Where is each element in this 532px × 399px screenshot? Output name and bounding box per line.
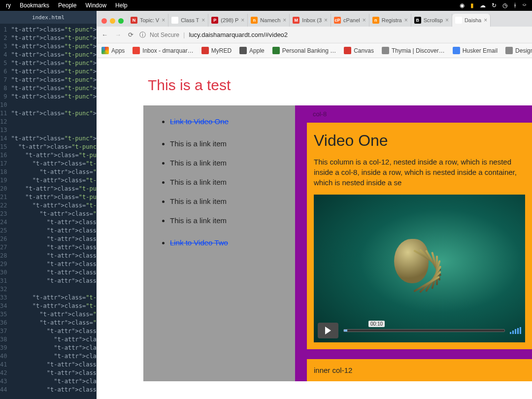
browser-tab-6[interactable]: n Registra ×	[369, 14, 411, 27]
seek-bar[interactable]: 00:10	[343, 329, 505, 332]
tab-close-icon[interactable]: ×	[283, 17, 286, 24]
menu-item-window[interactable]: Window	[85, 2, 106, 9]
bookmark-item-4[interactable]: Canvas	[344, 47, 374, 54]
back-button[interactable]: ←	[101, 31, 108, 38]
tab-close-icon[interactable]: ×	[363, 17, 366, 24]
time-badge: 00:10	[368, 321, 385, 327]
browser-tab-5[interactable]: cP cPanel ×	[331, 14, 369, 27]
tab-favicon: B	[414, 17, 421, 24]
tab-close-icon[interactable]: ×	[241, 17, 244, 24]
sidebar-item-5: This is a link item	[170, 216, 281, 225]
video-still-image	[356, 204, 484, 303]
page-content: This is a test Link to Video OneThis is …	[97, 58, 532, 399]
bookmark-item-1[interactable]: MyRED	[201, 47, 232, 54]
sidebar-nav: Link to Video OneThis is a link itemThis…	[143, 105, 295, 381]
video-controls: 00:10	[318, 323, 521, 338]
browser-tab-8[interactable]: Daisha ×	[452, 14, 491, 27]
play-button[interactable]	[318, 323, 338, 338]
menu-item-help[interactable]: Help	[115, 2, 128, 9]
info-icon[interactable]: ⓘ	[139, 31, 146, 39]
browser-tab-3[interactable]: n Namech ×	[248, 14, 290, 27]
tab-favicon: n	[372, 17, 379, 24]
sidebar-item-1: This is a link item	[170, 139, 281, 148]
bookmark-item-3[interactable]: Personal Banking …	[272, 47, 336, 54]
browser-tabstrip: N Topic: V × ○ Class T × P (298) P × n N…	[97, 11, 532, 27]
bookmark-item-7[interactable]: Design	[505, 47, 532, 54]
record-icon[interactable]: ◉	[460, 2, 465, 9]
browser-tab-0[interactable]: N Topic: V ×	[128, 14, 168, 27]
bookmark-item-0[interactable]: Inbox - dmarquar…	[133, 47, 193, 54]
url-field[interactable]: ⓘ Not Secure | lucy.daishamarquardt.com/…	[139, 31, 527, 39]
reload-button[interactable]: ⟳	[128, 31, 133, 38]
tab-favicon: P	[211, 17, 218, 24]
menubar-status-icons: ◉ ▮ ☁ ↻ ◷ ᚼ ⌔	[460, 2, 526, 9]
address-bar: ← → ⟳ ⓘ Not Secure | lucy.daishamarquard…	[97, 27, 532, 43]
tab-favicon: n	[251, 17, 258, 24]
tab-close-icon[interactable]: ×	[445, 17, 449, 24]
forward-button[interactable]: →	[115, 31, 121, 38]
close-window-button[interactable]	[101, 18, 107, 24]
tab-title: cPanel	[343, 17, 360, 23]
minimize-window-button[interactable]	[110, 18, 115, 24]
sidebar-link-0[interactable]: Link to Video One	[170, 117, 281, 126]
video-player[interactable]: 00:10	[314, 195, 525, 342]
tab-favicon: cP	[334, 17, 341, 24]
tab-close-icon[interactable]: ×	[162, 17, 165, 24]
tab-favicon: M	[293, 17, 299, 24]
column-label: col-8	[295, 110, 532, 123]
tab-close-icon[interactable]: ×	[201, 17, 205, 24]
bookmark-item-6[interactable]: Husker Email	[453, 47, 498, 54]
sidebar-item-3: This is a link item	[170, 178, 281, 186]
maximize-window-button[interactable]	[118, 18, 124, 24]
inner-card-label: inner col-12	[314, 366, 352, 374]
menu-item-ry[interactable]: ry	[6, 2, 11, 9]
bluetooth-icon[interactable]: ᚼ	[513, 2, 517, 9]
sidebar-link-6[interactable]: Link to Video Two	[170, 238, 281, 247]
editor-tab[interactable]: index.html	[0, 11, 97, 24]
tab-favicon: ○	[171, 17, 178, 24]
window-controls	[100, 18, 128, 27]
macos-menubar: ry Bookmarks People Window Help ◉ ▮ ☁ ↻ …	[0, 0, 532, 11]
browser-window: N Topic: V × ○ Class T × P (298) P × n N…	[97, 11, 532, 399]
tab-title: Daisha	[465, 17, 481, 23]
browser-tab-7[interactable]: B Scrollsp ×	[411, 14, 452, 27]
clock-icon[interactable]: ◷	[502, 2, 507, 9]
tab-title: Scrollsp	[424, 17, 443, 23]
page-heading: This is a test	[97, 58, 532, 105]
browser-tab-1[interactable]: ○ Class T ×	[168, 14, 208, 27]
menu-item-people[interactable]: People	[58, 2, 76, 9]
url-text: lucy.daishamarquardt.com/#video2	[189, 31, 288, 38]
apps-launcher[interactable]: Apps	[101, 47, 125, 54]
tab-close-icon[interactable]: ×	[324, 17, 328, 24]
bookmark-item-5[interactable]: Thymia | Discover…	[382, 47, 445, 54]
tab-title: Registra	[382, 17, 402, 23]
editor-code[interactable]: "t-attr">class="t-punc"><"t-attr">class=…	[11, 24, 97, 394]
tab-title: Class T	[181, 17, 199, 23]
tab-close-icon[interactable]: ×	[484, 17, 487, 24]
tab-title: Topic: V	[140, 17, 159, 23]
menu-item-bookmarks[interactable]: Bookmarks	[20, 2, 49, 9]
wifi-icon[interactable]: ⌔	[523, 2, 526, 9]
tab-favicon	[455, 17, 462, 24]
browser-tab-2[interactable]: P (298) P ×	[208, 14, 248, 27]
sidebar-item-4: This is a link item	[170, 197, 281, 205]
tab-favicon: N	[131, 17, 137, 24]
main-column: col-8 Video One This column is a col-12,…	[295, 105, 532, 381]
video-title: Video One	[314, 132, 525, 150]
tab-title: (298) P	[221, 17, 238, 23]
cloud-icon[interactable]: ☁	[480, 2, 486, 9]
security-label: Not Secure	[150, 32, 179, 38]
bookmark-item-2[interactable]: Apple	[239, 47, 265, 54]
browser-tab-4[interactable]: M Inbox (3 ×	[290, 14, 331, 27]
video-description: This column is a col-12, nested inside a…	[314, 157, 525, 188]
shield-icon[interactable]: ▮	[470, 2, 474, 9]
tab-close-icon[interactable]: ×	[404, 17, 408, 24]
tab-title: Namech	[260, 17, 280, 23]
tab-title: Inbox (3	[302, 17, 322, 23]
sidebar-item-2: This is a link item	[170, 159, 281, 167]
code-editor: index.html 12345678910111213141516171819…	[0, 11, 97, 399]
sync-icon[interactable]: ↻	[492, 2, 497, 9]
video-card-one: Video One This column is a col-12, neste…	[307, 123, 532, 349]
volume-indicator[interactable]	[510, 327, 521, 334]
bookmarks-bar: AppsInbox - dmarquar…MyREDApplePersonal …	[97, 43, 532, 58]
